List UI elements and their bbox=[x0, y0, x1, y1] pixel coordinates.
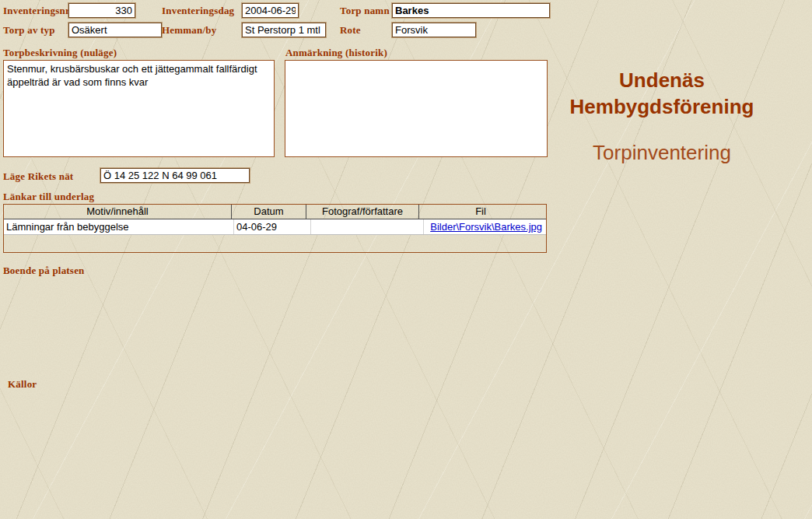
column-header-fotograf: Fotograf/författare bbox=[306, 205, 419, 219]
column-header-datum: Datum bbox=[232, 205, 306, 219]
torp-av-typ-label: Torp av typ bbox=[3, 24, 55, 37]
kallor-label: Källor bbox=[8, 378, 37, 391]
torpbeskrivning-label: Torpbeskrivning (nuläge) bbox=[3, 47, 117, 59]
table-empty-area bbox=[4, 235, 546, 252]
lankar-till-underlag-label: Länkar till underlag bbox=[3, 191, 94, 203]
lage-rikets-nat-label: Läge Rikets nät bbox=[3, 170, 73, 183]
cell-fil: Bilder\Forsvik\Barkes.jpg bbox=[424, 219, 546, 234]
underlag-table-header-row: Motiv/innehåll Datum Fotograf/författare… bbox=[4, 205, 546, 219]
torpinventering-form: Inventeringsnr Inventeringsdag Torp namn… bbox=[0, 0, 812, 519]
torp-namn-input[interactable] bbox=[392, 3, 550, 18]
table-row: Lämningar från bebyggelse 04-06-29 Bilde… bbox=[4, 219, 546, 235]
cell-fotograf bbox=[311, 219, 424, 234]
inventeringsdag-label: Inventeringsdag bbox=[162, 5, 234, 17]
hemman-by-label: Hemman/by bbox=[162, 24, 216, 37]
inventeringsdag-input[interactable] bbox=[242, 3, 299, 18]
lage-rikets-nat-input[interactable] bbox=[100, 168, 250, 183]
rote-label: Rote bbox=[340, 24, 361, 37]
inventeringsnr-input[interactable] bbox=[68, 3, 135, 18]
torpbeskrivning-textarea[interactable]: Stenmur, krusbärsbuskar och ett jättegam… bbox=[3, 60, 275, 157]
inventeringsnr-label: Inventeringsnr bbox=[3, 5, 70, 17]
cell-datum: 04-06-29 bbox=[234, 219, 311, 234]
cell-motiv: Lämningar från bebyggelse bbox=[4, 219, 234, 234]
column-header-motiv: Motiv/innehåll bbox=[4, 205, 232, 219]
rote-input[interactable] bbox=[392, 23, 476, 37]
hemman-by-input[interactable] bbox=[242, 23, 326, 37]
torp-namn-label: Torp namn bbox=[340, 5, 390, 17]
underlag-table: Motiv/innehåll Datum Fotograf/författare… bbox=[3, 204, 547, 253]
org-title-line2: Hembygdsförening bbox=[554, 93, 770, 120]
column-header-fil: Fil bbox=[419, 205, 546, 219]
boende-pa-platsen-label: Boende på platsen bbox=[3, 265, 85, 277]
page-title: Torpinventering bbox=[554, 141, 770, 165]
anmarkning-label: Anmärkning (historik) bbox=[285, 47, 387, 59]
anmarkning-textarea[interactable] bbox=[285, 60, 548, 157]
file-link[interactable]: Bilder\Forsvik\Barkes.jpg bbox=[430, 221, 542, 233]
torp-av-typ-input[interactable] bbox=[68, 23, 162, 37]
org-title: Undenäs Hembygdsförening bbox=[554, 67, 770, 120]
org-title-line1: Undenäs bbox=[554, 67, 770, 93]
